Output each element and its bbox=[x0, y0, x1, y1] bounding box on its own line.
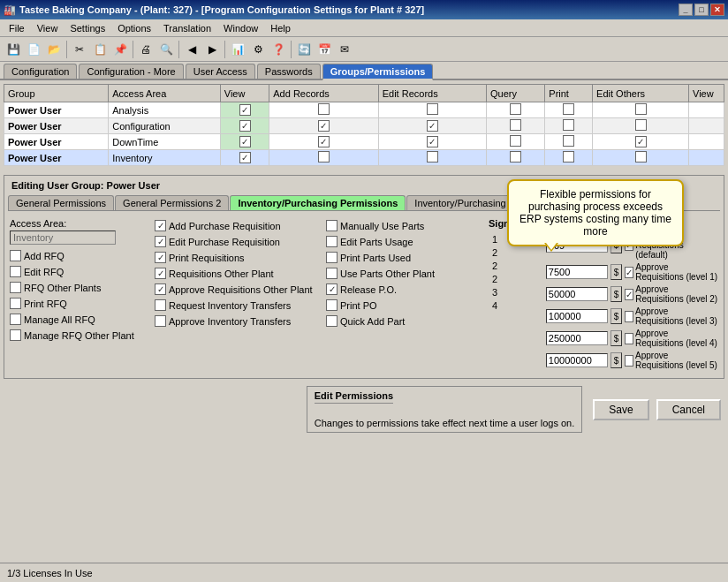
cancel-button[interactable]: Cancel bbox=[656, 399, 721, 420]
checkbox-approve-req-other[interactable] bbox=[155, 283, 166, 295]
inner-tab-general-permissions[interactable]: General Permissions bbox=[8, 195, 114, 210]
checkbox-edit-others[interactable] bbox=[635, 136, 647, 147]
cell-view2[interactable] bbox=[689, 150, 724, 166]
checkbox-add[interactable] bbox=[318, 136, 330, 147]
checkbox-query[interactable] bbox=[510, 135, 521, 147]
maximize-button[interactable]: □ bbox=[694, 4, 709, 16]
checkbox-print[interactable] bbox=[563, 119, 574, 131]
checkbox-edit-rfq[interactable] bbox=[10, 266, 21, 277]
cell-add[interactable] bbox=[269, 118, 378, 134]
checkbox-use-parts-other[interactable] bbox=[326, 268, 337, 279]
checkbox-approve-req-6[interactable] bbox=[625, 355, 633, 367]
save-button[interactable]: Save bbox=[593, 399, 648, 420]
cell-query[interactable] bbox=[487, 134, 545, 150]
menu-help[interactable]: Help bbox=[265, 22, 296, 34]
checkbox-view[interactable] bbox=[239, 152, 251, 163]
cell-add[interactable] bbox=[269, 134, 378, 150]
checkbox-approve-req-3[interactable] bbox=[625, 289, 633, 300]
menu-options[interactable]: Options bbox=[112, 22, 156, 34]
checkbox-query[interactable] bbox=[510, 103, 521, 115]
checkbox-add[interactable] bbox=[318, 120, 330, 132]
cell-edit-others[interactable] bbox=[593, 118, 689, 134]
cell-print[interactable] bbox=[545, 118, 593, 134]
toolbar-email[interactable]: ✉ bbox=[335, 40, 354, 59]
tab-configuration-more[interactable]: Configuration - More bbox=[79, 64, 183, 79]
checkbox-query[interactable] bbox=[510, 119, 521, 131]
inner-tab-inventory-purchasing[interactable]: Inventory/Purchasing Permissions bbox=[230, 195, 406, 210]
toolbar-settings[interactable]: ⚙ bbox=[248, 40, 268, 59]
toolbar-chart[interactable]: 📊 bbox=[228, 40, 247, 59]
cell-add[interactable] bbox=[269, 150, 378, 166]
cell-query[interactable] bbox=[487, 102, 545, 118]
menu-translation[interactable]: Translation bbox=[158, 22, 216, 34]
checkbox-req-other-plant[interactable] bbox=[155, 268, 166, 279]
checkbox-manage-all-rfq[interactable] bbox=[10, 314, 21, 325]
cell-edit-others[interactable] bbox=[593, 150, 689, 166]
purchase-limit-btn-4[interactable]: $ bbox=[610, 308, 622, 324]
purchase-limit-btn-3[interactable]: $ bbox=[610, 286, 622, 302]
cell-view2[interactable] bbox=[689, 118, 724, 134]
checkbox-print[interactable] bbox=[563, 151, 574, 163]
cell-edit[interactable] bbox=[378, 134, 486, 150]
checkbox-view[interactable] bbox=[239, 104, 251, 116]
checkbox-print-req[interactable] bbox=[155, 252, 166, 263]
cell-edit-others[interactable] bbox=[593, 102, 689, 118]
close-button[interactable]: ✕ bbox=[710, 4, 724, 16]
checkbox-edit[interactable] bbox=[427, 136, 438, 147]
cell-view2[interactable] bbox=[689, 102, 724, 118]
access-area-input[interactable] bbox=[10, 231, 116, 245]
checkbox-manually-use-parts[interactable] bbox=[326, 220, 337, 231]
checkbox-edit-others[interactable] bbox=[635, 119, 647, 131]
cell-print[interactable] bbox=[545, 102, 593, 118]
checkbox-quick-add-part[interactable] bbox=[326, 315, 337, 327]
tab-configuration[interactable]: Configuration bbox=[4, 64, 77, 79]
checkbox-add-rfq[interactable] bbox=[10, 250, 21, 261]
toolbar-preview[interactable]: 🔍 bbox=[156, 40, 176, 59]
menu-file[interactable]: File bbox=[4, 22, 30, 34]
checkbox-approve-req-5[interactable] bbox=[625, 333, 633, 344]
toolbar-paste[interactable]: 📌 bbox=[110, 40, 130, 59]
checkbox-edit-pr[interactable] bbox=[155, 236, 166, 247]
toolbar-new[interactable]: 📄 bbox=[24, 40, 43, 59]
checkbox-print-po[interactable] bbox=[326, 299, 337, 311]
cell-view[interactable] bbox=[220, 150, 269, 166]
checkbox-edit[interactable] bbox=[427, 151, 438, 163]
toolbar-refresh[interactable]: 🔄 bbox=[294, 40, 314, 59]
cell-print[interactable] bbox=[545, 150, 593, 166]
cell-edit[interactable] bbox=[378, 118, 486, 134]
checkbox-approve-req-4[interactable] bbox=[625, 311, 633, 322]
toolbar-print[interactable]: 🖨 bbox=[136, 40, 155, 59]
cell-add[interactable] bbox=[269, 102, 378, 118]
purchase-limit-btn-5[interactable]: $ bbox=[610, 330, 622, 346]
toolbar-save[interactable]: 💾 bbox=[4, 40, 23, 59]
checkbox-add[interactable] bbox=[318, 103, 330, 115]
checkbox-request-inv-transfer[interactable] bbox=[155, 299, 166, 311]
cell-query[interactable] bbox=[487, 118, 545, 134]
cell-view2[interactable] bbox=[689, 134, 724, 150]
cell-edit-others[interactable] bbox=[593, 134, 689, 150]
checkbox-query[interactable] bbox=[510, 151, 521, 163]
cell-query[interactable] bbox=[487, 150, 545, 166]
toolbar-calendar[interactable]: 📅 bbox=[315, 40, 334, 59]
minimize-button[interactable]: _ bbox=[679, 4, 693, 16]
checkbox-edit-others[interactable] bbox=[635, 151, 647, 163]
toolbar-forward[interactable]: ▶ bbox=[202, 40, 222, 59]
cell-view[interactable] bbox=[220, 102, 269, 118]
cell-edit[interactable] bbox=[378, 102, 486, 118]
purchase-limit-input-2[interactable] bbox=[546, 265, 608, 279]
cell-view[interactable] bbox=[220, 118, 269, 134]
checkbox-add-pr[interactable] bbox=[155, 220, 166, 231]
checkbox-view[interactable] bbox=[239, 136, 251, 147]
checkbox-print[interactable] bbox=[563, 135, 574, 147]
checkbox-print[interactable] bbox=[563, 103, 574, 115]
toolbar-copy[interactable]: 📋 bbox=[90, 40, 110, 59]
cell-edit[interactable] bbox=[378, 150, 486, 166]
toolbar-open[interactable]: 📂 bbox=[44, 40, 64, 59]
tab-passwords[interactable]: Passwords bbox=[257, 64, 321, 79]
purchase-limit-btn-6[interactable]: $ bbox=[610, 352, 622, 368]
toolbar-help[interactable]: ❓ bbox=[269, 40, 288, 59]
checkbox-print-parts-used[interactable] bbox=[326, 252, 337, 263]
inner-tab-general-permissions-2[interactable]: General Permissions 2 bbox=[115, 195, 229, 210]
checkbox-rfq-other-plants[interactable] bbox=[10, 282, 21, 293]
purchase-limit-input-5[interactable] bbox=[546, 331, 608, 345]
